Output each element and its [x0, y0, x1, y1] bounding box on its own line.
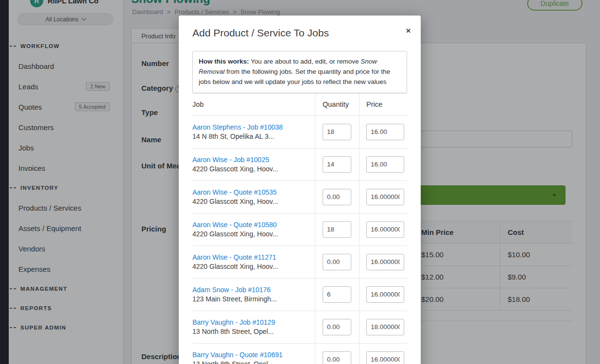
note-text-before: You are about to add, edit, or remove: [249, 58, 361, 65]
job-address: 13 North 8th Street, Opel...: [192, 328, 311, 335]
quantity-input[interactable]: [323, 286, 351, 303]
close-icon[interactable]: ✕: [406, 27, 411, 34]
job-link[interactable]: Aaron Wise - Quote #10535: [192, 188, 311, 196]
note-lead: How this works:: [199, 58, 249, 65]
quantity-input[interactable]: [323, 189, 351, 205]
job-row: Aaron Wise - Quote #11271 4220 Glasscott…: [192, 246, 407, 279]
job-link[interactable]: Aaron Wise - Quote #10580: [192, 221, 311, 229]
price-input[interactable]: [366, 124, 404, 140]
job-address: 4220 Glasscott Xing, Hoov...: [192, 165, 311, 173]
job-link[interactable]: Barry Vaughn - Job #10129: [192, 318, 311, 326]
job-link[interactable]: Aaron Wise - Job #10025: [192, 156, 311, 164]
price-input[interactable]: [366, 286, 404, 303]
how-this-works-note: How this works: You are about to add, ed…: [192, 51, 407, 93]
quantity-column-header: Quantity: [315, 94, 359, 116]
job-column-header: Job: [192, 94, 315, 116]
job-address: 4220 Glasscott Xing, Hoov...: [192, 263, 311, 270]
job-row: Aaron Wise - Quote #10580 4220 Glasscott…: [192, 214, 407, 246]
job-address: 4220 Glasscott Xing, Hoov...: [192, 198, 311, 205]
price-input[interactable]: [366, 156, 404, 173]
job-address: 4220 Glasscott Xing, Hoov...: [192, 230, 311, 238]
job-address: 14 N 8th St, Opelika AL 3...: [192, 132, 311, 140]
price-column-header: Price: [359, 94, 407, 116]
note-text-after: from the following jobs. Set the quantit…: [199, 68, 390, 85]
job-link[interactable]: Barry Vaughn - Quote #10691: [192, 351, 311, 359]
job-row: Adam Snow - Job #10176 123 Main Street, …: [192, 279, 407, 311]
price-input[interactable]: [366, 221, 404, 238]
quantity-input[interactable]: [323, 254, 351, 270]
quantity-input[interactable]: [323, 156, 351, 173]
job-row: Aaron Wise - Job #10025 4220 Glasscott X…: [192, 149, 407, 181]
quantity-input[interactable]: [323, 124, 351, 140]
jobs-table: Job Quantity Price Aaron Stephens - Job …: [192, 93, 407, 364]
quantity-input[interactable]: [323, 319, 351, 335]
job-link[interactable]: Adam Snow - Job #10176: [192, 286, 311, 294]
job-row: Aaron Wise - Quote #10535 4220 Glasscott…: [192, 181, 407, 214]
job-row: Barry Vaughn - Quote #10691 13 North 8th…: [192, 344, 407, 364]
price-input[interactable]: [366, 319, 404, 335]
add-product-service-modal: Add Product / Service To Jobs ✕ How this…: [179, 16, 421, 364]
quantity-input[interactable]: [323, 351, 351, 364]
jobs-table-header: Job Quantity Price: [192, 93, 407, 116]
job-link[interactable]: Aaron Wise - Quote #11271: [192, 253, 311, 261]
quantity-input[interactable]: [323, 221, 351, 238]
price-input[interactable]: [366, 254, 404, 270]
job-row: Barry Vaughn - Job #10129 13 North 8th S…: [192, 311, 407, 344]
price-input[interactable]: [366, 351, 404, 364]
price-input[interactable]: [366, 189, 404, 205]
job-row: Aaron Stephens - Job #10038 14 N 8th St,…: [192, 116, 407, 149]
job-link[interactable]: Aaron Stephens - Job #10038: [192, 123, 311, 131]
modal-title: Add Product / Service To Jobs: [192, 27, 407, 39]
job-address: 123 Main Street, Birmingh...: [192, 295, 311, 303]
job-address: 13 North 8th Street, Opel...: [192, 360, 311, 364]
